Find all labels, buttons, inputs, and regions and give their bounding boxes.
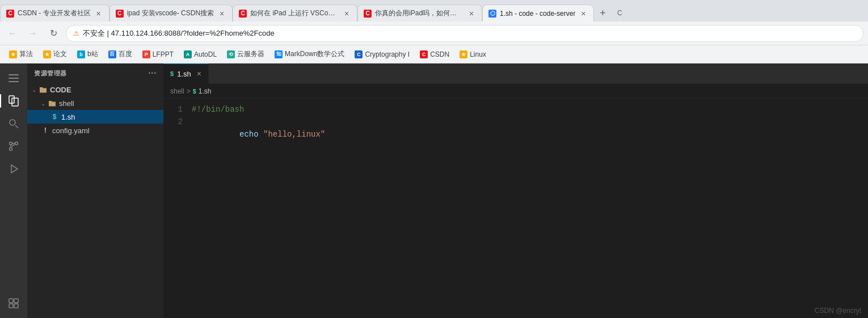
breadcrumb: shell > $ 1.sh	[163, 84, 868, 99]
url-bar[interactable]: ⚠ 不安全 | 47.110.124.166:8088/?folder=%2Fh…	[66, 25, 863, 42]
code-line-1: 1 #!/bin/bash	[163, 103, 868, 116]
bookmark-icon-7: ⟲	[227, 50, 235, 58]
sidebar-more-button[interactable]: ···	[148, 68, 157, 78]
breadcrumb-file[interactable]: $ 1.sh	[193, 87, 212, 95]
vscode-container: 资源管理器 ··· ⌄ CODE ⌄ shell $	[0, 63, 868, 318]
chevron-shell: ⌄	[41, 100, 45, 107]
svg-rect-12	[14, 299, 18, 303]
tab-label-2: ipad 安装vscode- CSDN搜索	[127, 9, 214, 18]
tab-label-3: 如何在 iPad 上运行 VSCode_ip	[250, 9, 339, 18]
svg-line-6	[15, 125, 18, 128]
tab-close-5[interactable]: ×	[579, 9, 588, 18]
activity-debug[interactable]	[3, 159, 24, 179]
tab-close-1[interactable]: ×	[94, 9, 103, 18]
bookmark-label-7: 云服务器	[237, 49, 264, 59]
bookmark-yunfuwu[interactable]: ⟲ 云服务器	[222, 48, 269, 61]
svg-marker-10	[11, 165, 18, 173]
tab-favicon-4: C	[364, 10, 372, 18]
bookmark-suanfa[interactable]: ★ 算法	[5, 48, 37, 61]
tree-item-config[interactable]: ! config.yaml	[27, 124, 163, 137]
tab-close-3[interactable]: ×	[342, 9, 351, 18]
bookmark-autodl[interactable]: A AutoDL	[179, 49, 221, 60]
code-line-2: 2 echo "hello,linux"	[163, 116, 868, 153]
breadcrumb-file-icon: $	[193, 88, 196, 95]
bookmark-lfppt[interactable]: P LFPPT	[138, 49, 178, 60]
browser-chrome: C CSDN - 专业开发者社区 × C ipad 安装vscode- CSDN…	[0, 0, 868, 63]
breadcrumb-shell[interactable]: shell	[170, 87, 184, 95]
url-text: 不安全 | 47.110.124.166:8088/?folder=%2Fhom…	[83, 28, 856, 39]
tree-label-code: CODE	[50, 86, 163, 94]
bookmark-label-1: 算法	[19, 49, 33, 59]
chevron-code: ⌄	[32, 87, 36, 93]
editor-tab-close[interactable]: ×	[197, 69, 201, 78]
bookmark-lunwen[interactable]: ★ 论文	[39, 48, 71, 61]
bookmark-csdn[interactable]: C CSDN	[415, 49, 454, 60]
bookmark-label-11: Linux	[470, 50, 486, 58]
tree-label-config: config.yaml	[52, 126, 163, 135]
editor-tab-icon: $	[170, 70, 174, 77]
tab-extra-button[interactable]: C	[611, 5, 628, 22]
bookmark-label-9: Cryptography I	[365, 50, 410, 58]
bookmark-markdown[interactable]: 知 MarkDown数学公式	[270, 48, 349, 61]
breadcrumb-sep1: >	[187, 87, 191, 95]
tab-csdn-1[interactable]: C CSDN - 专业开发者社区 ×	[0, 5, 109, 22]
bookmarks-bar: ★ 算法 ★ 论文 b b站 百 百度 P LFPPT A AutoDL ⟲ 云…	[0, 45, 868, 63]
back-button[interactable]: ←	[5, 26, 20, 41]
bookmark-bilibili[interactable]: b b站	[73, 48, 103, 61]
tab-favicon-2: C	[116, 10, 124, 18]
svg-rect-0	[9, 74, 19, 75]
reload-button[interactable]: ↻	[45, 26, 61, 41]
sidebar-title: 资源管理器	[34, 69, 67, 78]
address-bar: ← → ↻ ⚠ 不安全 | 47.110.124.166:8088/?folde…	[0, 22, 868, 45]
bookmark-label-4: 百度	[119, 49, 132, 59]
svg-rect-4	[12, 98, 18, 106]
tab-close-4[interactable]: ×	[467, 9, 476, 18]
tree-item-shell[interactable]: ⌄ shell	[27, 96, 163, 110]
folder-icon-shell	[48, 99, 57, 108]
bookmark-icon-2: ★	[43, 50, 51, 58]
line-content-2: echo "hello,linux"	[192, 116, 868, 153]
activity-extensions[interactable]	[3, 293, 24, 313]
folder-icon-code	[39, 85, 48, 94]
new-tab-button[interactable]: +	[594, 5, 611, 22]
activity-bar	[0, 63, 27, 318]
line-content-1: #!/bin/bash	[192, 103, 868, 116]
hamburger-menu[interactable]	[3, 68, 24, 88]
bookmark-icon-8: 知	[275, 50, 283, 58]
bookmark-icon-5: P	[142, 50, 150, 58]
tree-item-1sh[interactable]: $ 1.sh	[27, 110, 163, 124]
svg-rect-2	[9, 81, 19, 82]
editor-tab-label: 1.sh	[177, 70, 191, 78]
tree-item-code[interactable]: ⌄ CODE	[27, 83, 163, 96]
file-icon-yaml: !	[41, 126, 50, 135]
forward-button[interactable]: →	[25, 26, 41, 41]
svg-point-7	[10, 142, 12, 145]
activity-git[interactable]	[3, 136, 24, 156]
editor-tab-1sh[interactable]: $ 1.sh ×	[163, 63, 209, 84]
bookmark-label-3: b站	[87, 49, 98, 59]
tab-favicon-1: C	[6, 10, 14, 18]
code-editor[interactable]: 1 #!/bin/bash 2 echo "hello,linux"	[163, 99, 868, 318]
tab-vscode-active[interactable]: ⬡ 1.sh - code - code-server ×	[482, 5, 594, 22]
tab-csdn-4[interactable]: C 你真的会用iPad吗，如何使iPad... ×	[357, 5, 482, 22]
line-number-1: 1	[163, 103, 192, 116]
svg-rect-11	[9, 299, 13, 303]
bookmark-cryptography[interactable]: C Cryptography I	[350, 49, 414, 60]
tab-csdn-2[interactable]: C ipad 安装vscode- CSDN搜索 ×	[109, 5, 233, 22]
tab-csdn-3[interactable]: C 如何在 iPad 上运行 VSCode_ip ×	[233, 5, 357, 22]
svg-rect-1	[9, 78, 19, 79]
tab-label-4: 你真的会用iPad吗，如何使iPad...	[375, 9, 464, 18]
tab-favicon-5: ⬡	[488, 10, 496, 18]
bookmark-icon-10: C	[420, 50, 428, 58]
bookmark-baidu[interactable]: 百 百度	[104, 48, 137, 61]
bookmark-icon-4: 百	[108, 50, 116, 58]
lock-icon: ⚠	[73, 29, 79, 37]
activity-explorer[interactable]	[3, 91, 24, 111]
activity-search[interactable]	[3, 113, 24, 134]
watermark: CSDN @encryt	[815, 307, 861, 315]
tab-bar: C CSDN - 专业开发者社区 × C ipad 安装vscode- CSDN…	[0, 0, 868, 22]
tab-close-2[interactable]: ×	[217, 9, 226, 18]
bookmark-linux[interactable]: ★ Linux	[455, 49, 491, 60]
tab-label-1: CSDN - 专业开发者社区	[18, 9, 91, 18]
bookmark-icon-9: C	[355, 50, 363, 58]
